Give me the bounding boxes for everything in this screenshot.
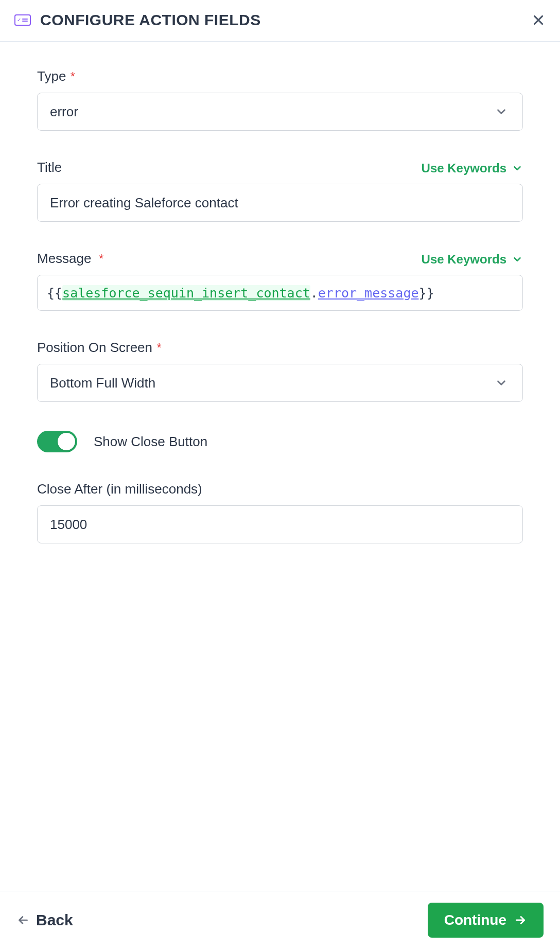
form-icon: ✓ bbox=[14, 14, 31, 26]
template-token-source: salesforce_sequin_insert_contact bbox=[62, 285, 310, 301]
field-message: Message * Use Keywords {{salesforce_sequ… bbox=[37, 251, 523, 311]
required-marker: * bbox=[99, 252, 103, 266]
continue-label: Continue bbox=[444, 912, 506, 928]
field-title: Title Use Keywords bbox=[37, 160, 523, 222]
close-after-input[interactable] bbox=[50, 506, 510, 543]
field-show-close: Show Close Button bbox=[37, 431, 523, 452]
back-label: Back bbox=[36, 911, 73, 929]
message-label: Message bbox=[37, 251, 92, 266]
title-input[interactable] bbox=[50, 184, 510, 221]
close-icon bbox=[532, 13, 545, 27]
arrow-right-icon bbox=[514, 913, 527, 927]
continue-button[interactable]: Continue bbox=[428, 903, 544, 938]
chevron-down-icon bbox=[495, 376, 508, 390]
close-button[interactable] bbox=[531, 13, 546, 27]
chevron-down-icon bbox=[512, 163, 523, 174]
form-body: Type * error Title Use Keywords bbox=[0, 42, 560, 891]
field-type: Type * error bbox=[37, 68, 523, 131]
field-position: Position On Screen * Bottom Full Width bbox=[37, 340, 523, 402]
show-close-label: Show Close Button bbox=[94, 434, 207, 450]
message-use-keywords-button[interactable]: Use Keywords bbox=[422, 252, 523, 267]
field-close-after: Close After (in milliseconds) bbox=[37, 481, 523, 543]
title-label: Title bbox=[37, 160, 62, 175]
title-input-wrapper bbox=[37, 184, 523, 222]
panel-title: CONFIGURE ACTION FIELDS bbox=[40, 11, 522, 29]
use-keywords-label: Use Keywords bbox=[422, 161, 506, 175]
type-select[interactable]: error bbox=[37, 93, 523, 131]
close-after-label: Close After (in milliseconds) bbox=[37, 481, 202, 497]
panel-footer: Back Continue bbox=[0, 891, 560, 950]
chevron-down-icon bbox=[512, 254, 523, 265]
type-label: Type bbox=[37, 68, 66, 84]
type-select-value: error bbox=[50, 104, 495, 120]
required-marker: * bbox=[71, 69, 75, 83]
message-input[interactable]: {{salesforce_sequin_insert_contact.error… bbox=[37, 275, 523, 311]
title-use-keywords-button[interactable]: Use Keywords bbox=[422, 161, 523, 175]
position-select-value: Bottom Full Width bbox=[50, 375, 495, 391]
chevron-down-icon bbox=[495, 105, 508, 118]
panel-header: ✓ CONFIGURE ACTION FIELDS bbox=[0, 0, 560, 42]
position-select[interactable]: Bottom Full Width bbox=[37, 364, 523, 402]
arrow-left-icon bbox=[16, 913, 30, 927]
template-dot: . bbox=[310, 286, 318, 301]
show-close-toggle[interactable] bbox=[37, 431, 77, 452]
use-keywords-label: Use Keywords bbox=[422, 252, 506, 267]
template-close: }} bbox=[418, 286, 434, 301]
template-token-field: error_message bbox=[318, 286, 419, 301]
template-open: {{ bbox=[47, 286, 62, 301]
position-label: Position On Screen bbox=[37, 340, 152, 355]
close-after-input-wrapper bbox=[37, 505, 523, 543]
required-marker: * bbox=[156, 341, 161, 355]
back-button[interactable]: Back bbox=[16, 911, 73, 929]
toggle-knob bbox=[58, 433, 75, 450]
